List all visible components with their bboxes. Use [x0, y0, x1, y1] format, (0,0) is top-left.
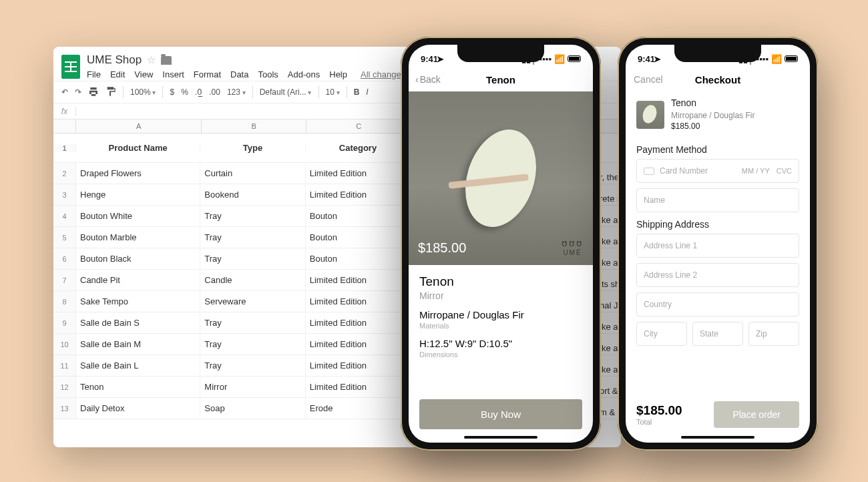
undo-icon[interactable]: ↶ — [61, 87, 68, 97]
menu-file[interactable]: File — [87, 69, 101, 79]
folder-icon[interactable] — [161, 56, 172, 65]
number-format-select[interactable]: 123 — [227, 87, 246, 97]
cell[interactable]: Limited Edition — [306, 355, 411, 376]
back-button[interactable]: ‹ Back — [415, 74, 441, 85]
cell[interactable]: Candle — [200, 270, 305, 290]
row-number[interactable]: 10 — [53, 334, 76, 354]
menu-data[interactable]: Data — [230, 69, 248, 79]
cell[interactable]: Bouton Marble — [76, 227, 200, 248]
name-input[interactable]: Name — [636, 188, 799, 212]
cell[interactable]: Limited Edition — [306, 312, 411, 333]
menu-edit[interactable]: Edit — [110, 69, 125, 79]
country-input[interactable]: Country — [636, 292, 799, 316]
row-number[interactable]: 5 — [53, 227, 76, 248]
state-input[interactable]: State — [692, 322, 743, 346]
location-icon: ➤ — [654, 54, 661, 64]
cell[interactable]: Curtain — [200, 163, 305, 184]
cell[interactable]: Bouton White — [76, 206, 200, 226]
cell[interactable]: Serveware — [200, 291, 305, 312]
menu-tools[interactable]: Tools — [258, 69, 278, 79]
row-number[interactable]: 1 — [53, 144, 76, 152]
header-cell[interactable]: Type — [200, 143, 305, 153]
header-cell[interactable]: Category — [306, 143, 411, 153]
cell[interactable]: Candle Pit — [76, 270, 200, 290]
cell[interactable]: Salle de Bain S — [76, 312, 200, 333]
notch — [457, 45, 544, 62]
cell[interactable]: Sake Tempo — [76, 291, 200, 312]
col-header-a[interactable]: A — [76, 119, 202, 133]
cell[interactable]: Tray — [200, 206, 305, 226]
cancel-button[interactable]: Cancel — [634, 74, 663, 85]
cell[interactable]: Bouton Black — [76, 248, 200, 269]
cell[interactable]: Tray — [200, 312, 305, 333]
row-number[interactable]: 3 — [53, 184, 76, 205]
cell[interactable]: Limited Edition — [306, 377, 411, 397]
row-number[interactable]: 11 — [53, 355, 76, 376]
cell[interactable]: Tray — [200, 334, 305, 354]
currency-button[interactable]: $ — [170, 87, 174, 97]
home-indicator[interactable] — [464, 436, 537, 439]
percent-button[interactable]: % — [181, 87, 188, 97]
cell[interactable]: Mirror — [200, 377, 305, 397]
font-select[interactable]: Default (Ari... — [260, 87, 312, 97]
doc-title[interactable]: UME Shop — [87, 53, 142, 67]
paint-format-icon[interactable] — [105, 86, 116, 99]
cell[interactable]: Bouton — [306, 248, 411, 269]
header-cell[interactable]: Product Name — [76, 143, 200, 153]
row-number[interactable]: 7 — [53, 270, 76, 290]
row-number[interactable]: 2 — [53, 163, 76, 184]
decrease-decimal-button[interactable]: .0̲ — [195, 87, 202, 97]
col-header-c[interactable]: C — [306, 119, 411, 133]
cell[interactable]: Limited Edition — [306, 184, 411, 205]
redo-icon[interactable]: ↷ — [75, 87, 81, 97]
card-number-input[interactable]: Card Number MM / YYCVC — [636, 159, 799, 183]
menu-format[interactable]: Format — [194, 69, 221, 79]
row-number[interactable]: 6 — [53, 248, 76, 269]
cell[interactable]: Limited Edition — [306, 291, 411, 312]
buy-now-button[interactable]: Buy Now — [419, 399, 582, 429]
cell[interactable]: Tenon — [76, 377, 200, 397]
home-indicator[interactable] — [681, 436, 754, 439]
address2-input[interactable]: Address Line 2 — [636, 263, 799, 287]
cell[interactable]: Salle de Bain L — [76, 355, 200, 376]
bold-button[interactable]: B — [354, 87, 360, 97]
cell[interactable]: Tray — [200, 227, 305, 248]
menu-insert[interactable]: Insert — [162, 69, 184, 79]
row-number[interactable]: 12 — [53, 377, 76, 397]
cell[interactable]: Bouton — [306, 227, 411, 248]
row-number[interactable]: 8 — [53, 291, 76, 312]
address1-input[interactable]: Address Line 1 — [636, 234, 799, 258]
increase-decimal-button[interactable]: .00 — [209, 87, 220, 97]
cell[interactable]: Limited Edition — [306, 334, 411, 354]
cell[interactable]: Soap — [200, 398, 305, 419]
cvc-input[interactable]: CVC — [777, 167, 792, 175]
city-input[interactable]: City — [636, 322, 687, 346]
menu-add-ons[interactable]: Add-ons — [288, 69, 320, 79]
place-order-button[interactable]: Place order — [714, 401, 799, 428]
col-header-b[interactable]: B — [202, 119, 306, 133]
row-number[interactable]: 4 — [53, 206, 76, 226]
cell[interactable]: Tray — [200, 355, 305, 376]
menu-view[interactable]: View — [134, 69, 153, 79]
zoom-select[interactable]: 100% — [130, 87, 156, 97]
cell[interactable]: Tray — [200, 248, 305, 269]
cell[interactable]: Salle de Bain M — [76, 334, 200, 354]
zip-input[interactable]: Zip — [748, 322, 799, 346]
cell[interactable]: Limited Edition — [306, 163, 411, 184]
cell[interactable]: Limited Edition — [306, 270, 411, 290]
cell[interactable]: Bouton — [306, 206, 411, 226]
cell[interactable]: Erode — [306, 398, 411, 419]
row-number[interactable]: 13 — [53, 398, 76, 419]
star-icon[interactable]: ☆ — [147, 54, 156, 66]
item-subtitle: Mirropane / Douglas Fir — [671, 110, 754, 122]
print-icon[interactable] — [88, 86, 99, 99]
italic-button[interactable]: I — [366, 87, 368, 97]
row-number[interactable]: 9 — [53, 312, 76, 333]
cell[interactable]: Henge — [76, 184, 200, 205]
expiry-input[interactable]: MM / YY — [742, 167, 770, 175]
font-size-select[interactable]: 10 — [326, 87, 340, 97]
menu-help[interactable]: Help — [329, 69, 347, 79]
cell[interactable]: Daily Detox — [76, 398, 200, 419]
cell[interactable]: Draped Flowers — [76, 163, 200, 184]
cell[interactable]: Bookend — [200, 184, 305, 205]
